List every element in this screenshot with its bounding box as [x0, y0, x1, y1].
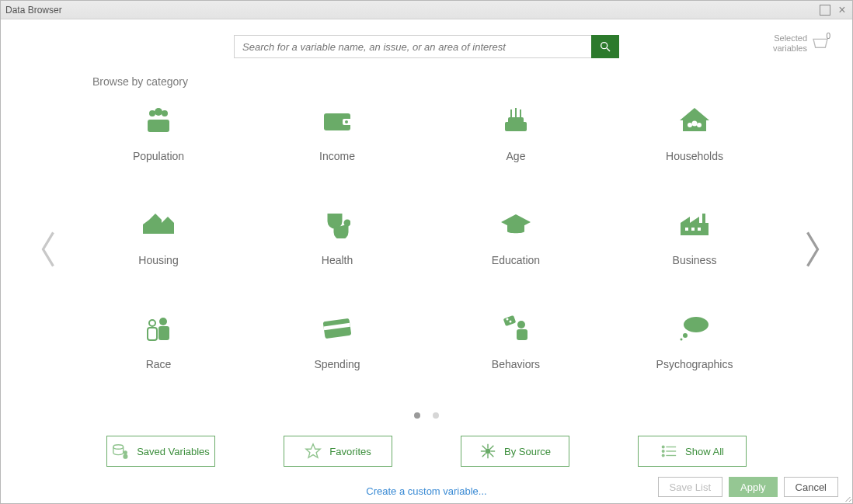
dot-1[interactable]	[414, 412, 420, 419]
category-label: Households	[666, 150, 723, 162]
svg-point-60	[662, 450, 664, 453]
category-label: Housing	[138, 254, 178, 266]
svg-marker-19	[162, 217, 174, 234]
svg-rect-30	[158, 326, 169, 340]
svg-marker-14	[680, 108, 709, 131]
custom-variable-link[interactable]: Create a custom variable...	[366, 485, 486, 497]
selected-count: 0	[826, 32, 830, 40]
cake-icon	[502, 106, 530, 134]
wallet-icon	[322, 109, 352, 132]
by-source-button[interactable]: By Source	[461, 436, 569, 467]
selected-variables[interactable]: Selected variables 0	[773, 33, 829, 54]
search-button[interactable]	[591, 35, 619, 58]
svg-point-3	[162, 110, 168, 116]
titlebar: Data Browser ×	[1, 1, 852, 19]
svg-point-0	[601, 43, 608, 49]
saved-variables-button[interactable]: Saved Variables	[106, 436, 215, 467]
behaviors-icon	[501, 315, 531, 342]
svg-point-17	[697, 123, 702, 127]
category-housing[interactable]: Housing	[69, 201, 248, 302]
svg-rect-45	[124, 455, 127, 459]
svg-point-40	[684, 317, 709, 332]
window-title: Data Browser	[5, 5, 62, 16]
graduation-icon	[500, 213, 532, 236]
window-controls: ×	[820, 5, 848, 16]
svg-point-43	[113, 445, 124, 450]
stethoscope-icon	[324, 210, 350, 238]
svg-point-35	[517, 321, 525, 328]
svg-point-59	[662, 446, 664, 448]
category-business[interactable]: Business	[605, 201, 784, 302]
category-race[interactable]: Race	[69, 305, 248, 406]
svg-rect-28	[698, 228, 701, 231]
dot-2[interactable]	[433, 412, 439, 419]
svg-line-53	[490, 454, 494, 457]
show-all-button[interactable]: Show All	[638, 436, 747, 467]
svg-point-39	[510, 321, 512, 323]
data-browser-window: Data Browser × Selected variables 0	[0, 0, 853, 504]
maximize-icon[interactable]	[820, 5, 830, 16]
source-icon	[479, 443, 496, 460]
category-health[interactable]: Health	[248, 201, 426, 302]
category-label: Education	[492, 254, 540, 266]
database-person-icon	[112, 443, 129, 460]
people-icon	[143, 107, 174, 134]
shortcut-label: Favorites	[329, 446, 371, 457]
selected-label-1: Selected	[773, 33, 807, 43]
svg-point-29	[159, 318, 167, 325]
prev-arrow[interactable]	[37, 226, 60, 273]
category-age[interactable]: Age	[426, 97, 605, 198]
svg-line-55	[482, 454, 486, 457]
house-icon	[678, 106, 711, 134]
svg-point-2	[149, 110, 155, 116]
category-education[interactable]: Education	[426, 201, 605, 302]
svg-point-16	[692, 121, 698, 127]
category-label: Behaviors	[492, 358, 540, 370]
svg-point-38	[507, 318, 509, 321]
svg-point-44	[124, 451, 127, 454]
svg-point-42	[681, 339, 683, 341]
category-label: Psychographics	[656, 358, 733, 370]
svg-rect-10	[508, 117, 524, 123]
factory-icon	[679, 212, 710, 237]
category-psychographics[interactable]: Psychographics	[605, 305, 784, 406]
favorites-button[interactable]: Favorites	[284, 436, 392, 467]
list-icon	[660, 443, 677, 460]
shortcut-label: Show All	[685, 446, 724, 457]
search-input[interactable]	[234, 35, 591, 58]
svg-point-20	[345, 221, 350, 225]
svg-marker-18	[143, 214, 162, 234]
category-behaviors[interactable]: Behaviors	[426, 305, 605, 406]
star-icon	[305, 443, 322, 460]
svg-point-15	[688, 123, 692, 127]
svg-rect-26	[685, 228, 688, 231]
browse-label: Browse by category	[92, 75, 834, 88]
shortcut-row: Saved Variables Favorites By Source Show…	[19, 436, 834, 467]
category-label: Business	[673, 254, 717, 266]
category-population[interactable]: Population	[69, 97, 248, 198]
resize-handle[interactable]	[843, 494, 851, 502]
chevron-left-icon	[38, 229, 58, 269]
cancel-button[interactable]: Cancel	[784, 477, 838, 497]
page-dots	[19, 412, 834, 419]
category-households[interactable]: Households	[605, 97, 784, 198]
svg-point-4	[155, 108, 162, 116]
category-label: Spending	[314, 358, 360, 370]
category-carousel: Population Income Age Households Housing	[19, 94, 834, 406]
card-icon	[322, 317, 352, 340]
svg-rect-5	[148, 120, 169, 132]
search-row: Selected variables 0	[19, 35, 834, 58]
svg-line-52	[482, 446, 486, 450]
category-income[interactable]: Income	[248, 97, 426, 198]
svg-point-8	[345, 120, 348, 123]
selected-label-2: variables	[773, 43, 807, 54]
svg-marker-24	[690, 217, 699, 223]
category-spending[interactable]: Spending	[248, 305, 426, 406]
svg-marker-46	[306, 444, 320, 457]
next-arrow[interactable]	[801, 226, 824, 273]
close-icon[interactable]: ×	[837, 5, 848, 16]
svg-line-54	[490, 446, 494, 450]
category-label: Health	[322, 254, 353, 266]
apply-button[interactable]: Apply	[729, 477, 778, 497]
shortcut-label: Saved Variables	[137, 446, 210, 457]
